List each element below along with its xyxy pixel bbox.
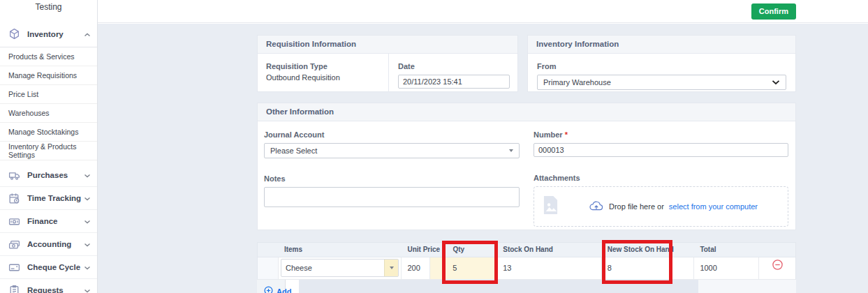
remove-row-cell bbox=[759, 257, 795, 279]
sidebar-item-finance[interactable]: Finance bbox=[0, 210, 97, 233]
table-row: Cheese 200 5 13 8 1000 bbox=[257, 257, 796, 280]
sidebar-item-manage-requisitions[interactable]: Manage Requisitions bbox=[0, 66, 97, 85]
inventory-information-panel: Inventory Information From Primary Wareh… bbox=[527, 35, 796, 92]
unit-price-cell: 200 bbox=[402, 257, 430, 279]
top-toolbar: Confirm bbox=[98, 0, 868, 23]
sidebar-main-nav: Purchases Time Tracking bbox=[0, 160, 97, 293]
workspace-title[interactable]: Testing bbox=[0, 0, 97, 21]
number-label: Number * bbox=[534, 130, 788, 139]
footer-cell bbox=[698, 280, 796, 293]
caret-down-icon bbox=[509, 149, 513, 152]
cash-icon bbox=[8, 239, 20, 250]
column-header-stock-on-hand: Stock On Hand bbox=[497, 243, 602, 257]
required-asterisk: * bbox=[565, 130, 568, 139]
chevron-down-icon bbox=[84, 215, 91, 227]
inventory-submenu: Products & Services Manage Requisitions … bbox=[0, 47, 97, 160]
attachments-label: Attachments bbox=[534, 174, 788, 182]
sidebar-item-label: Purchases bbox=[27, 171, 68, 179]
attachments-dropzone[interactable]: Drop file here or select from your compu… bbox=[534, 186, 788, 227]
chevron-down-icon bbox=[84, 169, 91, 181]
item-select[interactable]: Cheese bbox=[281, 259, 399, 277]
truck-icon bbox=[8, 170, 20, 181]
column-header-items: Items bbox=[279, 243, 402, 257]
table-footer-strip bbox=[257, 280, 796, 293]
column-header-actions bbox=[759, 243, 795, 257]
column-header-new-stock-on-hand: New Stock On Hand bbox=[602, 243, 695, 257]
requisition-information-panel: Requisition Information Requisition Type… bbox=[257, 35, 518, 92]
other-information-panel: Other Information Journal Account Please… bbox=[257, 103, 796, 230]
from-warehouse-select[interactable]: Primary Warehouse bbox=[537, 75, 786, 90]
column-header-total: Total bbox=[694, 243, 759, 257]
remove-row-icon[interactable] bbox=[772, 257, 784, 279]
sidebar-item-label: Requests bbox=[27, 286, 64, 293]
sidebar-item-manage-stocktakings[interactable]: Manage Stocktakings bbox=[0, 123, 97, 142]
sidebar-item-label: Cheque Cycle bbox=[27, 263, 80, 271]
qty-cell[interactable]: 5 bbox=[430, 257, 497, 279]
column-header-blank bbox=[258, 243, 279, 257]
total-cell: 1000 bbox=[694, 257, 759, 279]
notes-textarea[interactable] bbox=[264, 187, 520, 207]
chevron-down-icon bbox=[84, 238, 91, 250]
sidebar-item-products-services[interactable]: Products & Services bbox=[0, 47, 97, 66]
sidebar-item-time-tracking[interactable]: Time Tracking bbox=[0, 187, 97, 210]
footer-cell bbox=[299, 280, 698, 293]
sidebar-item-label: Time Tracking bbox=[27, 194, 81, 202]
panel-title: Other Information bbox=[258, 103, 795, 121]
sidebar-item-accounting[interactable]: Accounting bbox=[0, 233, 97, 256]
column-header-qty: Qty bbox=[430, 243, 497, 257]
divider bbox=[388, 54, 389, 92]
drop-file-text: Drop file here or bbox=[609, 202, 664, 211]
add-row-label: Add bbox=[277, 287, 291, 293]
image-file-icon bbox=[543, 195, 559, 218]
from-label: From bbox=[537, 62, 786, 70]
sidebar-item-inventory[interactable]: Inventory bbox=[0, 21, 97, 47]
row-handle-cell bbox=[258, 257, 279, 279]
confirm-button[interactable]: Confirm bbox=[751, 3, 796, 20]
sidebar-item-price-list[interactable]: Price List bbox=[0, 85, 97, 104]
cube-icon bbox=[8, 28, 20, 40]
journal-account-value: Please Select bbox=[270, 146, 317, 155]
stock-on-hand-cell: 13 bbox=[497, 257, 602, 279]
select-from-computer-link[interactable]: select from your computer bbox=[669, 202, 758, 211]
requisition-type-label: Requisition Type bbox=[266, 62, 340, 70]
sidebar-item-label: Finance bbox=[27, 217, 57, 225]
chevron-down-icon bbox=[84, 284, 91, 293]
from-warehouse-value: Primary Warehouse bbox=[543, 78, 611, 87]
new-stock-on-hand-cell: 8 bbox=[602, 257, 695, 279]
clipboard-icon bbox=[8, 285, 20, 293]
add-row-button[interactable]: Add bbox=[264, 286, 291, 293]
cloud-upload-icon bbox=[589, 201, 604, 213]
sidebar-item-warehouses[interactable]: Warehouses bbox=[0, 104, 97, 123]
sidebar-item-cheque-cycle[interactable]: Cheque Cycle bbox=[0, 256, 97, 279]
chevron-down-icon bbox=[772, 78, 780, 87]
banknote-icon bbox=[8, 216, 20, 227]
caret-down-icon bbox=[390, 266, 394, 269]
calendar-clock-icon bbox=[8, 193, 20, 204]
cheque-icon bbox=[8, 262, 20, 273]
item-select-dropdown-button[interactable] bbox=[384, 260, 398, 276]
date-label: Date bbox=[398, 62, 510, 70]
chevron-up-icon bbox=[84, 28, 91, 40]
sidebar-item-purchases[interactable]: Purchases bbox=[0, 164, 97, 187]
notes-label: Notes bbox=[264, 174, 520, 183]
panel-title: Inventory Information bbox=[528, 36, 795, 54]
sidebar-item-inventory-products-settings[interactable]: Inventory & Products Settings bbox=[0, 142, 97, 160]
plus-circle-icon bbox=[264, 286, 273, 293]
requisition-type-value: Outbound Requisition bbox=[266, 73, 340, 82]
chevron-down-icon bbox=[84, 192, 91, 204]
date-input[interactable] bbox=[398, 75, 510, 89]
number-input[interactable] bbox=[534, 143, 788, 157]
sidebar-item-label: Accounting bbox=[27, 240, 71, 248]
sidebar-item-label: Inventory bbox=[27, 30, 64, 38]
sidebar: Testing Inventory Products & Services Ma… bbox=[0, 0, 98, 293]
column-header-unit-price: Unit Price bbox=[402, 243, 430, 257]
sidebar-item-requests[interactable]: Requests bbox=[0, 279, 97, 293]
item-cell: Cheese bbox=[279, 257, 402, 279]
app-window: Confirm Testing Inventory Products & Ser… bbox=[0, 0, 868, 293]
item-select-value: Cheese bbox=[281, 260, 384, 276]
journal-account-label: Journal Account bbox=[264, 130, 520, 139]
panel-title: Requisition Information bbox=[258, 36, 517, 54]
chevron-down-icon bbox=[84, 261, 91, 273]
journal-account-select[interactable]: Please Select bbox=[264, 143, 520, 158]
items-table-header: Items Unit Price Qty Stock On Hand New S… bbox=[257, 242, 796, 257]
